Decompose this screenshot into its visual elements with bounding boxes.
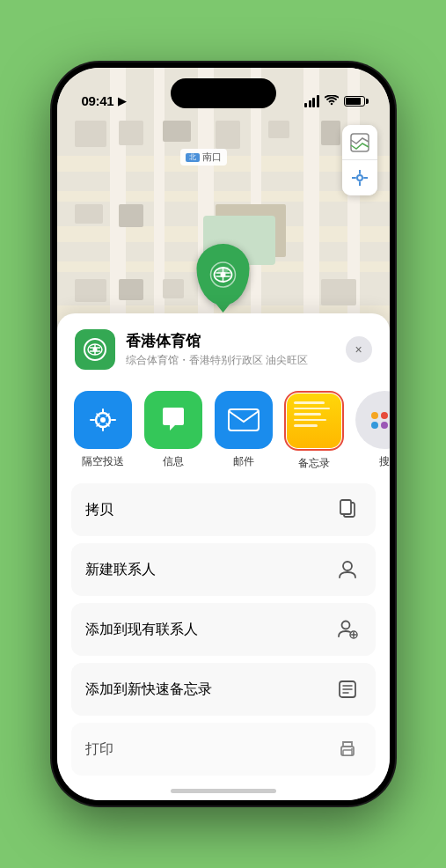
status-icons (304, 94, 365, 108)
map-label: 北 南口 (180, 149, 227, 166)
map-controls (342, 125, 377, 195)
location-icon: ▶ (118, 95, 126, 107)
airdrop-icon (74, 391, 132, 449)
mail-label: 邮件 (233, 454, 254, 469)
more-icon (355, 391, 390, 449)
svg-rect-34 (343, 750, 352, 755)
venue-header: 香港体育馆 综合体育馆・香港特别行政区 油尖旺区 × (57, 313, 390, 382)
svg-point-1 (357, 175, 362, 180)
map-label-dot: 北 (186, 153, 200, 162)
action-quick-note[interactable]: 添加到新快速备忘录 (71, 663, 376, 716)
battery-icon (344, 96, 365, 107)
action-add-existing[interactable]: 添加到现有联系人 (71, 603, 376, 656)
person-icon (333, 555, 362, 584)
action-list: 拷贝 新建联系人 (57, 483, 390, 776)
notes-highlight (284, 391, 344, 451)
map-type-button[interactable] (342, 125, 377, 160)
svg-rect-23 (340, 500, 351, 514)
share-app-mail[interactable]: 邮件 (212, 391, 275, 471)
location-button[interactable] (342, 160, 377, 195)
signal-bar-1 (304, 103, 307, 107)
notes-label: 备忘录 (298, 456, 330, 471)
action-add-existing-label: 添加到现有联系人 (85, 621, 198, 639)
svg-point-24 (343, 562, 352, 570)
quick-note-icon (333, 675, 362, 703)
signal-bars (304, 95, 319, 107)
messages-icon (144, 391, 202, 449)
venue-info: 香港体育馆 综合体育馆・香港特别行政区 油尖旺区 (126, 331, 346, 368)
action-print-label: 打印 (85, 740, 113, 759)
signal-bar-4 (317, 95, 319, 107)
venue-icon (75, 329, 115, 370)
notes-icon (287, 394, 341, 448)
venue-name: 香港体育馆 (126, 331, 346, 351)
signal-bar-2 (309, 100, 311, 107)
svg-rect-21 (229, 409, 259, 430)
marker-pin (197, 244, 250, 305)
venue-subtitle: 综合体育馆・香港特别行政区 油尖旺区 (126, 353, 346, 368)
status-time: 09:41 (82, 93, 114, 108)
print-icon (333, 735, 362, 763)
share-apps-row: 隔空投送 信息 (57, 382, 390, 483)
share-app-messages[interactable]: 信息 (142, 391, 205, 471)
action-new-contact-label: 新建联系人 (85, 561, 156, 579)
copy-icon (333, 496, 362, 524)
action-print[interactable]: 打印 (71, 723, 376, 776)
svg-point-25 (341, 622, 349, 629)
share-app-notes[interactable]: 备忘录 (282, 391, 346, 471)
svg-point-35 (351, 748, 353, 750)
svg-point-18 (92, 348, 97, 352)
wifi-icon (325, 94, 339, 108)
dynamic-island (171, 78, 276, 108)
share-app-more[interactable]: 搜 (353, 391, 390, 471)
more-label: 搜 (379, 454, 390, 469)
share-app-airdrop[interactable]: 隔空投送 (71, 391, 135, 471)
svg-point-20 (100, 417, 106, 423)
action-copy[interactable]: 拷贝 (71, 483, 376, 536)
action-new-contact[interactable]: 新建联系人 (71, 543, 376, 596)
airdrop-label: 隔空投送 (82, 454, 124, 469)
home-indicator (171, 789, 276, 793)
action-quick-note-label: 添加到新快速备忘录 (85, 680, 212, 699)
mail-icon (215, 391, 273, 449)
messages-label: 信息 (163, 454, 184, 469)
person-add-icon (333, 615, 362, 644)
signal-bar-3 (312, 98, 315, 107)
action-copy-label: 拷贝 (85, 501, 113, 519)
svg-rect-0 (351, 134, 369, 151)
bottom-sheet: 香港体育馆 综合体育馆・香港特别行政区 油尖旺区 × (57, 313, 390, 800)
close-button[interactable]: × (346, 336, 372, 363)
